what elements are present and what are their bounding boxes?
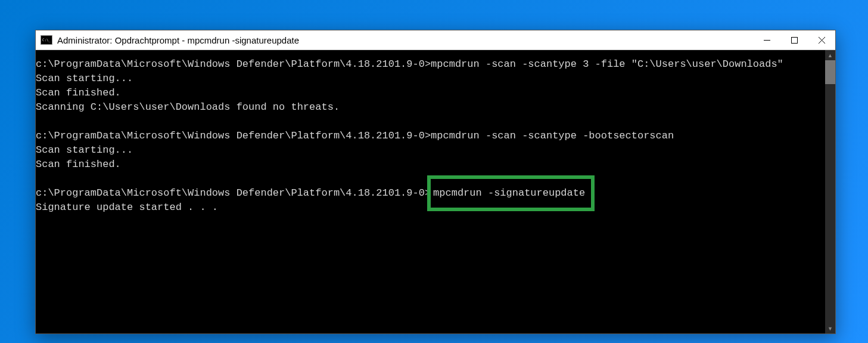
prompt-path: c:\ProgramData\Microsoft\Windows Defende… <box>36 58 431 70</box>
output-line: Scan finished. <box>36 86 825 100</box>
window-title: Administrator: Opdrachtprompt - mpcmdrun… <box>57 35 753 45</box>
prompt-path: c:\ProgramData\Microsoft\Windows Defende… <box>36 187 431 199</box>
command-text: mpcmdrun -scan -scantype 3 -file "C:\Use… <box>431 58 783 70</box>
output-line: Scan starting... <box>36 143 825 157</box>
scrollbar-thumb[interactable] <box>825 60 835 84</box>
command-text: mpcmdrun -scan -scantype -bootsectorscan <box>431 130 674 141</box>
window-controls <box>753 30 835 50</box>
minimize-button[interactable] <box>753 30 780 50</box>
output-line: Scanning C:\Users\user\Downloads found n… <box>36 100 825 115</box>
scrollbar-up-arrow-icon[interactable]: ▲ <box>825 50 835 60</box>
close-button[interactable] <box>808 30 835 50</box>
command-text: mpcmdrun -signatureupdate <box>433 187 585 199</box>
console-output[interactable]: c:\ProgramData\Microsoft\Windows Defende… <box>36 50 825 333</box>
highlighted-command-box: mpcmdrun -signatureupdate <box>427 175 595 211</box>
scrollbar-down-arrow-icon[interactable]: ▼ <box>825 323 835 333</box>
svg-rect-1 <box>791 37 797 43</box>
output-line: Scan finished. <box>36 157 825 172</box>
titlebar[interactable]: Administrator: Opdrachtprompt - mpcmdrun… <box>36 30 835 50</box>
vertical-scrollbar[interactable]: ▲ ▼ <box>825 50 835 333</box>
console-body: c:\ProgramData\Microsoft\Windows Defende… <box>36 50 835 333</box>
output-line: Scan starting... <box>36 72 825 86</box>
cmd-icon <box>41 35 52 45</box>
prompt-path: c:\ProgramData\Microsoft\Windows Defende… <box>36 130 431 141</box>
maximize-button[interactable] <box>780 30 808 50</box>
command-prompt-window: Administrator: Opdrachtprompt - mpcmdrun… <box>35 30 836 334</box>
